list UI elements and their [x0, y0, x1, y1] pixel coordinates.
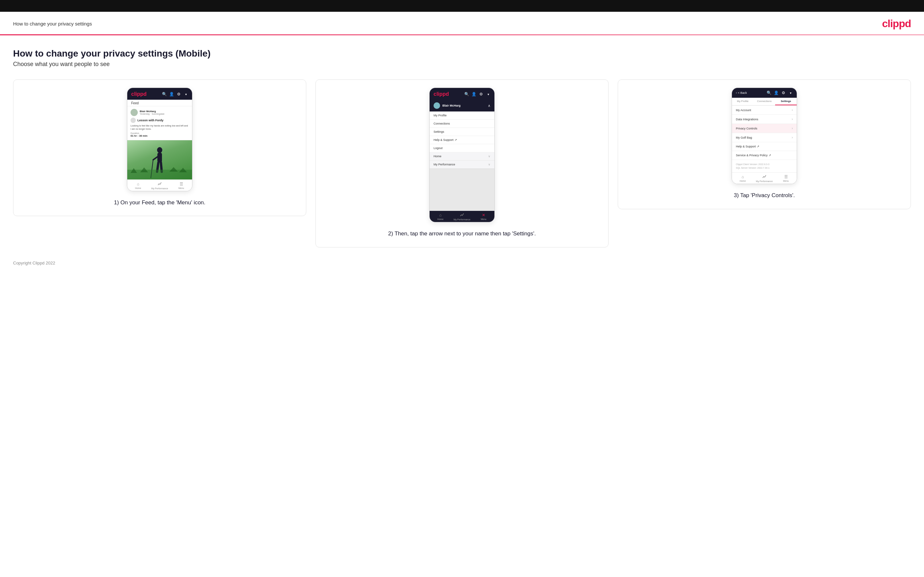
step-card-2: clippd 🔍 👤 ⚙ ▾	[315, 79, 609, 247]
nav-menu: ☰ Menu	[170, 182, 192, 190]
profile-icon-2: 👤	[472, 92, 476, 97]
menu-item-logout[interactable]: Logout	[430, 144, 494, 152]
page-subheading: Choose what you want people to see	[13, 61, 911, 68]
chart-icon	[158, 182, 162, 186]
chevron-icon-3: ▾	[788, 90, 793, 95]
settings-icon: ⚙	[176, 92, 181, 97]
lesson-icon	[131, 118, 136, 123]
search-icon-3: 🔍	[767, 90, 771, 95]
tab-settings[interactable]: Settings	[775, 98, 797, 105]
profile-tabs: My Profile Connections Settings	[732, 98, 797, 106]
home-icon: ⌂	[137, 182, 139, 186]
performance-icon	[158, 182, 162, 187]
settings-icon-3: ⚙	[781, 90, 786, 95]
page-heading: How to change your privacy settings (Mob…	[13, 48, 911, 59]
nav-menu-label: Menu	[178, 187, 184, 189]
step1-caption: 1) On your Feed, tap the 'Menu' icon.	[114, 198, 205, 207]
phone1-logo: clippd	[131, 91, 147, 97]
menu-item-help[interactable]: Help & Support ↗	[430, 136, 494, 144]
step3-caption: 3) Tap 'Privacy Controls'.	[734, 191, 795, 200]
footer: Copyright Clippd 2022	[0, 254, 924, 272]
tab-connections[interactable]: Connections	[754, 98, 775, 105]
menu-user-row: Blair McHarg ∧	[430, 100, 494, 111]
settings-list: My Account › Data Integrations › Privacy…	[732, 106, 797, 172]
golfer-image	[127, 140, 192, 179]
phone2-header: clippd 🔍 👤 ⚙ ▾	[430, 88, 494, 100]
menu-section-home[interactable]: Home ∨	[430, 152, 494, 161]
nav2-menu-label: Menu	[481, 218, 486, 220]
nav2-home-label: Home	[438, 218, 444, 220]
menu-item-settings[interactable]: Settings	[430, 128, 494, 136]
nav-home: ⌂ Home	[127, 182, 149, 190]
trees-silhouette	[127, 166, 192, 179]
menu-section-performance[interactable]: My Performance ∨	[430, 161, 494, 169]
nav3-menu: ☰ Menu	[775, 174, 797, 182]
svg-rect-1	[157, 153, 162, 163]
nav2-performance-label: My Performance	[454, 218, 470, 221]
menu-section: Home ∨ My Performance ∨	[430, 152, 494, 169]
svg-point-0	[157, 147, 162, 153]
settings-help-support[interactable]: Help & Support ↗	[732, 142, 797, 151]
top-bar	[0, 0, 924, 12]
nav-home-label: Home	[135, 187, 141, 189]
menu-icon-3: ☰	[784, 174, 788, 179]
bottom-nav-2: ⌂ Home My Performance ✕ Menu	[430, 211, 494, 222]
svg-marker-9	[170, 167, 178, 172]
step-card-3: ‹ < Back 🔍 👤 ⚙ ▾ My Profile Connections …	[618, 79, 911, 209]
chevron-down-icon: ∨	[488, 155, 491, 158]
post-card: Blair McHarg Yesterday · Sunningdale Les…	[127, 106, 192, 140]
lesson-title: Lesson with Fordy	[137, 119, 163, 122]
settings-privacy-controls[interactable]: Privacy Controls ›	[732, 124, 797, 133]
copyright-text: Copyright Clippd 2022	[13, 261, 55, 266]
nav3-home: ⌂ Home	[732, 174, 754, 182]
nav-performance: My Performance	[149, 182, 170, 190]
menu-avatar	[433, 102, 440, 109]
chart-icon-3	[762, 174, 766, 179]
profile-icon-3: 👤	[774, 90, 779, 95]
phone2-icons: 🔍 👤 ⚙ ▾	[464, 92, 491, 97]
nav-performance-label: My Performance	[151, 187, 168, 190]
lesson-header: Lesson with Fordy	[131, 118, 189, 123]
search-icon-2: 🔍	[464, 92, 469, 97]
logo: clippd	[882, 18, 911, 30]
settings-my-golf-bag[interactable]: My Golf Bag ›	[732, 133, 797, 142]
home-icon-3: ⌂	[741, 174, 744, 179]
steps-row: clippd 🔍 👤 ⚙ ▾ Feed	[13, 79, 911, 247]
main-content: How to change your privacy settings (Mob…	[0, 35, 924, 254]
chevron-my-account: ›	[792, 108, 793, 112]
menu-item-my-profile[interactable]: My Profile	[430, 111, 494, 120]
chart-icon-2	[460, 213, 464, 217]
post-text: Looking to feel like my hands are exitin…	[131, 124, 189, 131]
settings-privacy-policy[interactable]: Service & Privacy Policy ↗	[732, 151, 797, 160]
menu-user-left: Blair McHarg	[433, 102, 461, 109]
nav3-menu-label: Menu	[783, 180, 789, 182]
post-meta: Yesterday · Sunningdale	[140, 113, 165, 115]
bottom-nav: ⌂ Home My Performance ☰ Menu	[127, 179, 192, 191]
nav2-performance: My Performance	[451, 213, 473, 221]
settings-data-integrations[interactable]: Data Integrations ›	[732, 115, 797, 124]
menu-icon: ☰	[179, 182, 183, 186]
back-button[interactable]: ‹ < Back	[736, 91, 747, 95]
menu-item-connections[interactable]: Connections	[430, 120, 494, 128]
performance-icon-2	[460, 213, 464, 218]
close-icon: ✕	[482, 213, 485, 218]
step2-caption: 2) Then, tap the arrow next to your name…	[388, 229, 536, 238]
nav3-home-label: Home	[740, 180, 746, 182]
nav3-performance-label: My Performance	[756, 180, 772, 182]
dropdown-menu: Blair McHarg ∧ My Profile Connections	[430, 100, 494, 169]
search-icon: 🔍	[162, 92, 166, 97]
tab-my-profile[interactable]: My Profile	[732, 98, 754, 105]
post-username: Blair McHarg	[140, 110, 165, 113]
chevron-data-integrations: ›	[792, 118, 793, 121]
phone1-header: clippd 🔍 👤 ⚙ ▾	[127, 88, 192, 100]
performance-icon-3	[762, 174, 766, 179]
nav2-home: ⌂ Home	[430, 213, 451, 221]
profile-icon: 👤	[169, 92, 174, 97]
settings-my-account[interactable]: My Account ›	[732, 106, 797, 115]
phone3-icons: 🔍 👤 ⚙ ▾	[767, 90, 793, 95]
header: How to change your privacy settings clip…	[0, 12, 924, 34]
phone1-icons: 🔍 👤 ⚙ ▾	[162, 92, 188, 97]
settings-icon-2: ⚙	[479, 92, 483, 97]
phone-mockup-2: clippd 🔍 👤 ⚙ ▾	[429, 88, 495, 222]
chevron-down-icon-2: ∨	[488, 163, 491, 166]
